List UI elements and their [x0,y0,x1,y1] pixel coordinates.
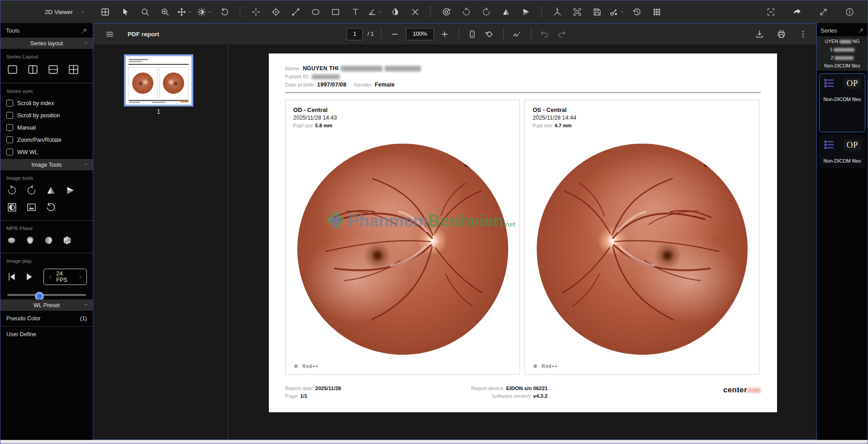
angle-measure-icon[interactable] [367,4,383,19]
apps-grid-icon[interactable] [649,4,664,19]
checkbox[interactable] [6,149,13,155]
cad-icon[interactable] [569,4,585,19]
pin-icon[interactable] [858,28,864,34]
sync-scroll-by-position-option[interactable]: Scroll by position [0,109,93,121]
zoom-level-input[interactable] [406,28,434,40]
sync-scroll-by-index-option[interactable]: Scroll by index [0,97,93,109]
auto-window-button[interactable] [26,202,37,213]
wl-preset-pseudo-color-item[interactable]: Pseudo Color (1) [0,311,93,326]
crosshair-icon[interactable] [248,4,263,19]
cine-rotate-icon[interactable] [439,4,454,19]
play-button[interactable] [24,271,34,282]
search-icon[interactable] [137,4,153,19]
flip-vertical-button[interactable] [45,185,57,196]
pin-icon[interactable] [81,28,87,34]
history-icon[interactable] [629,4,644,19]
reset-view-icon[interactable] [217,4,232,19]
undo-button[interactable] [539,28,551,40]
sync-manual-option[interactable]: Manual [0,121,93,134]
flip-horizontal-icon[interactable] [518,4,534,19]
layout-1x1-button[interactable] [6,63,19,76]
rotate-ccw-button[interactable] [26,185,37,196]
mpr-axial-button[interactable] [6,235,17,246]
rotate-cw-icon[interactable] [458,4,474,19]
rgb-channels-icon [293,363,299,369]
series-files-label: Non-DICOM files [822,158,862,164]
window-level-icon[interactable] [197,4,212,19]
viewer-mode-select[interactable]: 2D Viewer [45,9,85,15]
delete-annotation-icon[interactable] [407,4,423,19]
zoom-out-button[interactable] [389,28,401,40]
viewer-mode-label: 2D Viewer [45,9,73,15]
software-version-label: Software version: [491,393,532,399]
share-icon[interactable] [789,4,805,19]
draw-annotation-button[interactable] [511,28,524,40]
layout-1x2-button[interactable] [27,63,39,76]
toolbar-separator [430,5,431,18]
series-layout-section-header[interactable]: Series layout [0,38,93,49]
save-icon[interactable] [589,4,605,19]
orientation-axis-icon[interactable] [549,4,565,19]
toolbar-separator [541,5,542,18]
flip-horizontal-button[interactable] [65,185,76,196]
checkbox[interactable] [6,136,13,143]
text-annotation-icon[interactable] [348,4,363,19]
info-icon[interactable] [842,4,857,19]
rotate-ccw-icon[interactable] [478,4,494,19]
flip-vertical-icon[interactable] [498,4,514,19]
eraser-icon[interactable] [387,4,403,19]
chevron-down-icon [83,302,89,308]
layout-grid-icon[interactable] [97,4,113,19]
probe-icon[interactable] [268,4,283,19]
fullscreen-icon[interactable] [816,4,831,19]
zoom-in-button[interactable] [439,28,451,40]
invert-button[interactable] [6,202,18,213]
play-speed-slider[interactable] [7,291,86,298]
layout-2x1-button[interactable] [47,63,59,76]
fit-page-button[interactable] [466,28,479,40]
sync-zoom-pan-rotate-option[interactable]: Zoom/Pan/Rotate [0,134,93,146]
page-number-input[interactable] [347,28,363,40]
fit-screen-icon[interactable] [763,4,778,19]
redo-button[interactable] [556,28,568,40]
ellipse-roi-icon[interactable] [308,4,323,19]
checkbox[interactable] [6,124,13,131]
mpr-3d-button[interactable] [62,235,72,246]
chevron-left-icon[interactable] [48,275,52,280]
page-thumbnail[interactable] [124,54,193,106]
wl-preset-user-define-item[interactable]: User Define [0,326,93,342]
layout-2x2-button[interactable] [67,63,80,76]
download-button[interactable] [753,28,766,40]
sync-ww-wl-option[interactable]: WW WL [0,146,93,158]
os-image-frame: OS - Central 2025/11/28 14:44 Pupil size… [525,100,759,375]
wl-preset-section-header[interactable]: WL Preset [0,299,93,311]
checkbox[interactable] [6,112,13,119]
pdf-viewport: PDF report / 1 [93,23,817,440]
zoom-in-icon[interactable] [157,4,172,19]
rotate-cw-button[interactable] [6,185,18,196]
od-title: OD - Central [293,106,520,113]
fps-stepper[interactable]: 24 FPS [43,269,87,285]
mpr-coronal-button[interactable] [25,235,35,246]
chevron-right-icon[interactable] [78,275,82,280]
pointer-icon[interactable] [117,4,133,19]
series-item-2[interactable]: OP Non-DICOM files [819,135,865,169]
series-item-1[interactable]: OP Non-DICOM files [819,73,865,132]
image-tools-section-header[interactable]: Image Tools [0,159,93,170]
print-button[interactable] [775,28,787,40]
length-measure-icon[interactable] [288,4,303,19]
menu-icon[interactable] [103,28,116,40]
key-image-icon[interactable] [609,4,625,19]
slider-track[interactable] [7,294,86,296]
rotate-page-button[interactable] [483,28,496,40]
checkbox[interactable] [6,100,13,106]
skip-to-start-button[interactable] [6,271,17,282]
rectangle-roi-icon[interactable] [328,4,343,19]
reset-image-button[interactable] [45,202,57,213]
mpr-sagittal-button[interactable] [43,235,54,246]
more-options-button[interactable] [796,28,809,40]
pan-icon[interactable] [177,4,192,19]
od-filter-label: Red++ [293,363,319,369]
patient-info-block[interactable]: UYEN NG 1 2 Non-DICOM files [817,36,868,71]
report-date-label: Report date: [285,386,314,391]
